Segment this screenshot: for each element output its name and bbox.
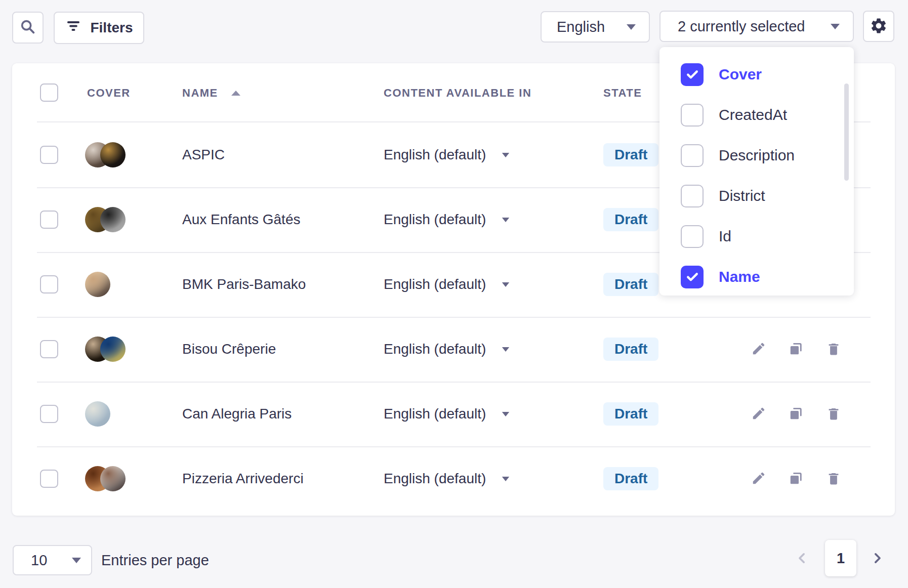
state-badge: Draft	[603, 143, 658, 166]
cover-avatar	[85, 272, 110, 297]
table-row[interactable]: Pizzeria ArrivederciEnglish (default)Dra…	[12, 446, 895, 511]
table-row[interactable]: Can Alegria ParisEnglish (default)Draft	[12, 382, 895, 446]
row-checkbox[interactable]	[40, 211, 58, 229]
locale-select[interactable]: English (default)	[384, 122, 510, 187]
row-checkbox[interactable]	[40, 275, 58, 293]
locale-select[interactable]: English (default)	[384, 446, 510, 511]
column-option-description[interactable]: Description	[659, 135, 854, 176]
unchecked-checkbox[interactable]	[681, 104, 704, 127]
chevron-down-icon	[502, 153, 509, 157]
duplicate-icon	[789, 471, 804, 487]
chevron-down-icon	[502, 282, 509, 287]
search-icon	[19, 18, 36, 37]
column-option-label: Id	[719, 228, 731, 245]
cover-avatar	[100, 142, 126, 167]
settings-button[interactable]	[863, 11, 894, 42]
unchecked-checkbox[interactable]	[681, 185, 704, 207]
trash-icon	[826, 341, 841, 358]
duplicate-icon	[789, 406, 804, 423]
column-header-content-available-in[interactable]: CONTENT AVAILABLE IN	[384, 63, 531, 122]
select-all-checkbox[interactable]	[40, 83, 58, 102]
chevron-down-icon	[502, 477, 509, 481]
row-actions	[751, 446, 841, 511]
state-badge: Draft	[603, 338, 658, 361]
locale-value: English (default)	[384, 471, 486, 487]
cover-avatar	[100, 337, 126, 362]
dropdown-scrollbar[interactable]	[844, 83, 849, 181]
checked-checkbox[interactable]	[681, 266, 704, 288]
column-header-cover[interactable]: COVER	[87, 63, 131, 122]
state-badge: Draft	[603, 467, 658, 490]
locale-select[interactable]: English (default)	[384, 382, 510, 446]
trash-icon	[826, 471, 841, 487]
sort-ascending-icon	[231, 91, 240, 96]
chevron-down-icon	[627, 24, 636, 30]
page-size-select[interactable]: 10	[13, 545, 92, 575]
table-row[interactable]: Bisou CrêperieEnglish (default)Draft	[12, 317, 895, 382]
state-badge: Draft	[603, 273, 658, 296]
delete-button[interactable]	[826, 471, 841, 487]
delete-button[interactable]	[826, 406, 841, 423]
cover-avatar	[100, 466, 126, 491]
pagination-next-button[interactable]	[870, 551, 885, 567]
entry-name: Can Alegria Paris	[182, 382, 292, 446]
language-select[interactable]: English	[541, 11, 650, 43]
trash-icon	[826, 406, 841, 423]
row-actions	[751, 317, 841, 382]
checked-checkbox[interactable]	[681, 63, 704, 86]
edit-button[interactable]	[751, 471, 766, 487]
entry-name: Aux Enfants Gâtés	[182, 187, 300, 252]
entry-name: Pizzeria Arrivederci	[182, 446, 304, 511]
entry-name: BMK Paris-Bamako	[182, 252, 306, 317]
pencil-icon	[751, 341, 766, 358]
duplicate-button[interactable]	[789, 406, 804, 423]
column-option-createdat[interactable]: CreatedAt	[659, 95, 854, 135]
locale-select[interactable]: English (default)	[384, 252, 510, 317]
entry-name: Bisou Crêperie	[182, 317, 276, 382]
column-picker-select[interactable]: 2 currently selected	[659, 11, 854, 42]
edit-button[interactable]	[751, 406, 766, 423]
column-option-district[interactable]: District	[659, 176, 854, 216]
delete-button[interactable]	[826, 341, 841, 358]
column-option-label: District	[719, 187, 765, 204]
search-button[interactable]	[12, 12, 44, 44]
column-option-name[interactable]: Name	[659, 257, 854, 297]
chevron-down-icon	[502, 347, 509, 352]
filters-button[interactable]: Filters	[54, 12, 144, 44]
row-checkbox[interactable]	[40, 470, 58, 488]
chevron-down-icon	[72, 558, 81, 563]
cover-avatar	[100, 207, 126, 232]
duplicate-button[interactable]	[789, 341, 804, 358]
gear-icon	[870, 17, 888, 36]
duplicate-button[interactable]	[789, 471, 804, 487]
pencil-icon	[751, 471, 766, 487]
unchecked-checkbox[interactable]	[681, 225, 704, 248]
chevron-right-icon	[870, 551, 885, 567]
row-checkbox[interactable]	[40, 405, 58, 423]
row-actions	[751, 382, 841, 446]
column-option-cover[interactable]: Cover	[659, 54, 854, 95]
filter-icon	[65, 18, 82, 38]
edit-button[interactable]	[751, 341, 766, 358]
column-option-id[interactable]: Id	[659, 216, 854, 257]
language-select-value: English	[557, 19, 605, 35]
row-checkbox[interactable]	[40, 146, 58, 164]
state-badge: Draft	[603, 208, 658, 231]
entry-name: ASPIC	[182, 122, 225, 187]
column-picker-value: 2 currently selected	[678, 18, 805, 35]
locale-select[interactable]: English (default)	[384, 187, 510, 252]
column-header-state[interactable]: STATE	[603, 63, 642, 122]
chevron-down-icon	[502, 218, 509, 222]
pagination-page-1[interactable]: 1	[825, 540, 856, 576]
unchecked-checkbox[interactable]	[681, 144, 704, 167]
pagination-page-label: 1	[837, 550, 845, 567]
locale-select[interactable]: English (default)	[384, 317, 510, 382]
column-header-name[interactable]: NAME	[182, 63, 240, 122]
row-checkbox[interactable]	[40, 340, 58, 358]
columns-dropdown-list: CoverCreatedAtDescriptionDistrictIdName	[659, 54, 854, 297]
pagination-previous-button[interactable]	[795, 551, 810, 567]
locale-value: English (default)	[384, 147, 486, 163]
entries-per-page-label: Entries per page	[101, 545, 209, 575]
column-option-label: CreatedAt	[719, 106, 787, 123]
pencil-icon	[751, 406, 766, 423]
